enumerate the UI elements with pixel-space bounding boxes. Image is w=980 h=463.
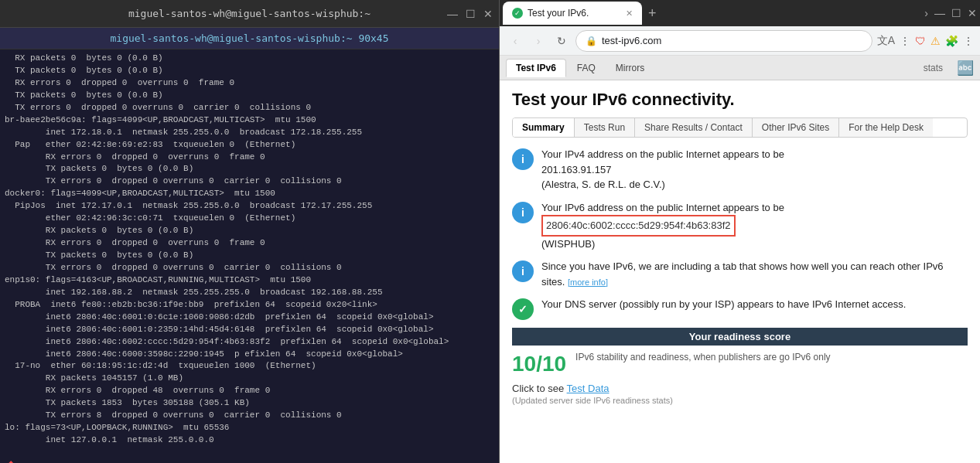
terminal-line: TX packets 0 bytes 0 (0.0 B)	[5, 65, 494, 77]
tab-favicon: ✓	[512, 8, 523, 19]
info-item-ipv6: i Your IPv6 address on the public Intern…	[512, 200, 968, 252]
terminal-line: RX packets 0 bytes 0 (0.0 B)	[5, 225, 494, 237]
info-icon-2: i	[512, 202, 534, 223]
shield-icon[interactable]: 🛡	[915, 35, 926, 47]
tab-title: Test your IPv6.	[528, 8, 589, 19]
share-icon[interactable]: ⋮	[900, 35, 910, 47]
extensions-icon[interactable]: 🧩	[945, 35, 958, 47]
readiness-header: Your readiness score	[512, 328, 968, 346]
address-text: test-ipv6.com	[602, 35, 661, 46]
score-display: 10/10	[512, 352, 566, 376]
terminal-line: docker0: flags=4099<UP,BROADCAST,MULTICA…	[5, 188, 494, 200]
browser-panel: ✓ Test your IPv6. ✕ + › — ☐ ✕ ‹ › ↻ 🔒 te…	[499, 0, 980, 463]
test-data-link[interactable]: Test Data	[567, 383, 610, 394]
info-icon-4: ✓	[512, 298, 534, 320]
test-data-label: Click to see	[512, 383, 564, 394]
inner-tab-share[interactable]: Share Results / Contact	[635, 118, 753, 137]
more-info-link[interactable]: [more info]	[568, 277, 608, 287]
terminal-panel: miguel-santos-wh@miguel-santos-wisphub:~…	[0, 0, 499, 463]
terminal-line: br-baee2be56c9a: flags=4099<UP,BROADCAST…	[5, 114, 494, 127]
terminal-line: TX packets 0 bytes 0 (0.0 B)	[5, 250, 494, 262]
terminal-title: miguel-santos-wh@miguel-santos-wisphub:~	[128, 8, 370, 19]
terminal-titlebar: miguel-santos-wh@miguel-santos-wisphub:~…	[0, 0, 499, 28]
site-tab-stats[interactable]: stats	[917, 60, 949, 77]
banner-text: IPv6 alcanzable por Internet	[26, 458, 210, 463]
inner-tab-help-desk[interactable]: For the Help Desk	[839, 118, 933, 137]
menu-icon[interactable]: ⋮	[963, 35, 974, 47]
reload-button[interactable]: ↻	[552, 35, 571, 47]
arrow-icon: ⬆	[5, 453, 18, 463]
terminal-line: inet6 2806:40c:6000:3598c:2290:1945 p ef…	[5, 349, 494, 361]
browser-nav: ‹ › ↻ 🔒 test-ipv6.com 文A ⋮ 🛡 ⚠ 🧩 ⋮	[500, 26, 980, 56]
terminal-line: lo: flags=73<UP,LOOPBACK,RUNNING> mtu 65…	[5, 422, 494, 434]
inner-tab-tests-run[interactable]: Tests Run	[575, 118, 635, 137]
terminal-line: RX errors 0 dropped 0 overruns 0 frame 0	[5, 237, 494, 250]
terminal-line: inet6 2806:40c:6001:0:2359:14hd:45d4:614…	[5, 324, 494, 336]
tab-close-button[interactable]: ✕	[626, 9, 633, 19]
tab-more-button[interactable]: ›	[924, 7, 928, 19]
tab-bar: ✓ Test your IPv6. ✕ + › — ☐ ✕	[500, 0, 980, 26]
window-close[interactable]: ✕	[968, 7, 977, 19]
readiness-section: Your readiness score 10/10 IPv6 stabilit…	[512, 328, 968, 376]
terminal-line: RX errors 0 dropped 0 overruns 0 frame 0	[5, 77, 494, 90]
info-item-dns: ✓ Your DNS server (possibly run by your …	[512, 297, 968, 320]
readiness-desc: IPv6 stability and readiness, when publi…	[575, 352, 831, 363]
terminal-line: TX errors 0 dropped 0 overruns 0 carrier…	[5, 102, 494, 114]
browser-content: Test your IPv6 connectivity. Summary Tes…	[500, 80, 980, 463]
ipv6-address: 2806:40c:6002:cccc:5d29:954f:4b63:83f2	[541, 215, 736, 237]
inner-tab-summary[interactable]: Summary	[513, 118, 575, 137]
terminal-line: PipJos inet 172.17.0.1 netmask 255.255.0…	[5, 200, 494, 213]
terminal-line: inet 192.168.88.2 netmask 255.255.255.0 …	[5, 287, 494, 299]
terminal-subtitle-text: miguel-santos-wh@miguel-santos-wisphub:~…	[110, 32, 388, 44]
site-tab-test-ipv6[interactable]: Test IPv6	[506, 59, 566, 77]
back-button[interactable]: ‹	[506, 35, 524, 47]
forward-button[interactable]: ›	[529, 35, 548, 47]
browser-tab[interactable]: ✓ Test your IPv6. ✕	[503, 2, 642, 25]
terminal-maximize[interactable]: ☐	[466, 8, 476, 20]
info-text-4: Your DNS server (possibly run by your IS…	[541, 297, 906, 312]
terminal-line: TX packets 1853 bytes 305188 (305.1 KB)	[5, 397, 494, 410]
translate-icon[interactable]: 文A	[877, 34, 895, 48]
terminal-line: 17-no ether 60:18:95:1c:d2:4d txqueuelen…	[5, 360, 494, 373]
terminal-body: RX packets 0 bytes 0 (0.0 B) TX packets …	[0, 49, 499, 463]
info-text-2: Your IPv6 address on the public Internet…	[541, 200, 784, 252]
info-item-ipv4: i Your IPv4 address on the public Intern…	[512, 147, 968, 192]
updated-note: (Updated server side IPv6 readiness stat…	[512, 396, 968, 405]
test-data-section: Click to see Test Data	[512, 383, 968, 394]
address-bar[interactable]: 🔒 test-ipv6.com	[575, 30, 872, 52]
page-title: Test your IPv6 connectivity.	[512, 90, 968, 110]
terminal-line: inet 127.0.0.1 netmask 255.0.0.0	[5, 434, 494, 447]
inner-tab-other-sites[interactable]: Other IPv6 Sites	[753, 118, 839, 137]
terminal-controls: — ☐ ✕	[447, 8, 493, 20]
terminal-line: RX errors 0 dropped 48 overruns 0 frame …	[5, 385, 494, 397]
terminal-line: RX packets 1045157 (1.0 MB)	[5, 373, 494, 385]
ipv6-banner: ⬆IPv6 alcanzable por Internet	[5, 453, 494, 463]
site-nav: Test IPv6 FAQ Mirrors stats 🔤	[500, 56, 980, 80]
warning-icon[interactable]: ⚠	[930, 35, 941, 47]
site-tab-faq[interactable]: FAQ	[568, 60, 605, 77]
terminal-close[interactable]: ✕	[483, 8, 493, 20]
info-text-3: Since you have IPv6, we are including a …	[541, 259, 968, 289]
info-item-tab-info: i Since you have IPv6, we are including …	[512, 259, 968, 289]
lock-icon: 🔒	[586, 36, 597, 46]
terminal-line: inet6 2806:40c:6002:cccc:5d29:954f:4b63:…	[5, 336, 494, 349]
info-text-1: Your IPv4 address on the public Internet…	[541, 147, 784, 192]
help-translate-icon[interactable]: 🔤	[957, 60, 974, 77]
site-tab-mirrors[interactable]: Mirrors	[606, 60, 654, 77]
terminal-line: TX errors 0 dropped 0 overruns 0 carrier…	[5, 262, 494, 274]
terminal-line: Pap ether 02:42:8e:69:e2:83 txqueuelen 0…	[5, 139, 494, 151]
terminal-line: inet6 2806:40c:6001:0:6c1e:1060:9086:d2d…	[5, 312, 494, 324]
info-icon-1: i	[512, 148, 534, 170]
window-maximize[interactable]: ☐	[951, 7, 961, 19]
terminal-minimize[interactable]: —	[447, 8, 458, 20]
terminal-line: TX errors 8 dropped 0 overruns 0 carrier…	[5, 410, 494, 422]
inner-tabs: Summary Tests Run Share Results / Contac…	[512, 117, 968, 138]
terminal-line: inet 172.18.0.1 netmask 255.255.0.0 broa…	[5, 127, 494, 139]
terminal-line: TX packets 0 bytes 0 (0.0 B)	[5, 90, 494, 102]
terminal-line: enp1s0: flags=4163<UP,BROADCAST,RUNNING,…	[5, 274, 494, 287]
window-minimize[interactable]: —	[934, 7, 945, 19]
terminal-subtitle: miguel-santos-wh@miguel-santos-wisphub:~…	[0, 28, 499, 49]
terminal-line: PROBA inet6 fe80::eb2b:bc36:1f9e:bb9 pre…	[5, 299, 494, 312]
terminal-line: TX packets 0 bytes 0 (0.0 B)	[5, 163, 494, 175]
new-tab-button[interactable]: +	[648, 5, 657, 22]
